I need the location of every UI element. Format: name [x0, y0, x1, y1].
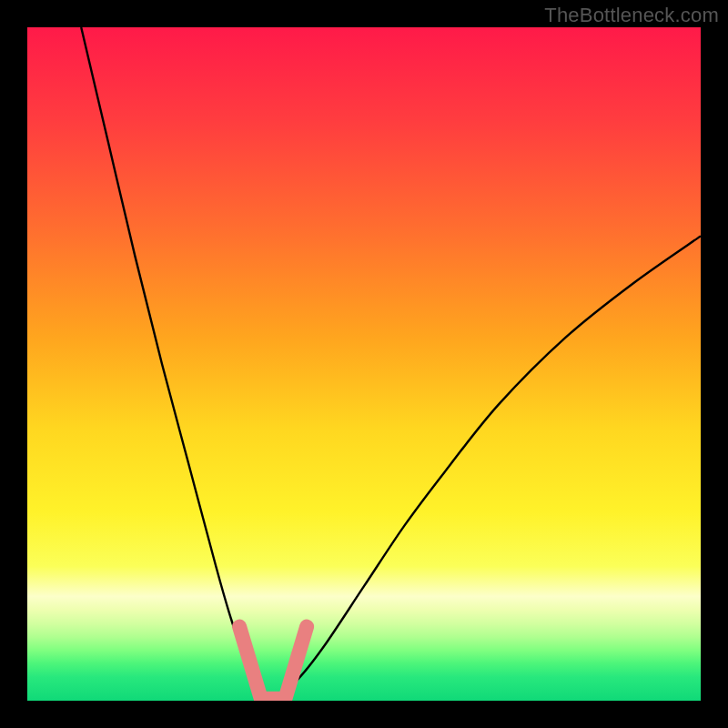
bottleneck-curve-left — [81, 27, 269, 701]
curves-layer — [27, 27, 701, 701]
plot-area — [27, 27, 701, 701]
watermark-text: TheBottleneck.com — [544, 4, 719, 27]
optimal-marker — [239, 627, 307, 699]
chart-frame: TheBottleneck.com — [0, 0, 728, 728]
bottleneck-curve-right — [269, 236, 701, 701]
